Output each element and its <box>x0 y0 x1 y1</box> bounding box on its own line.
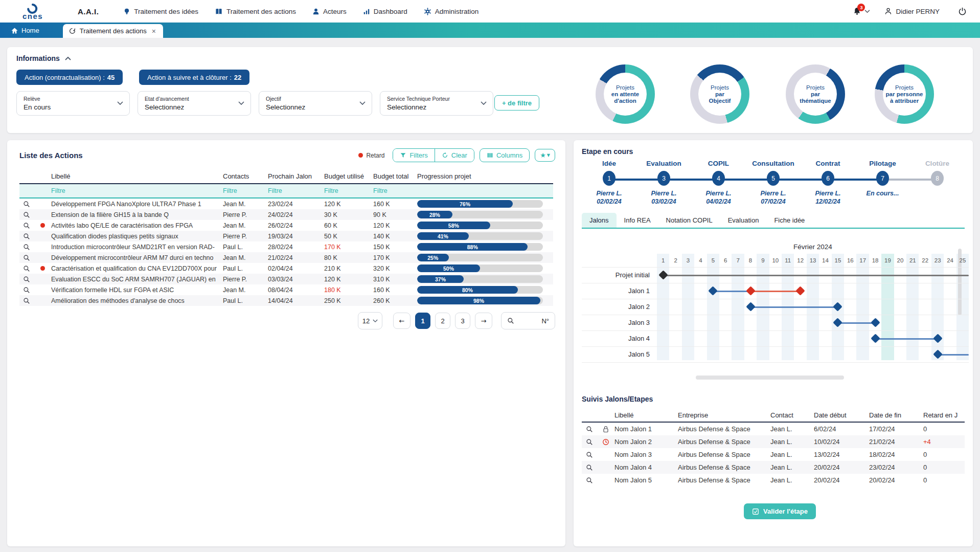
close-icon[interactable]: × <box>151 28 157 35</box>
table-row[interactable]: Evaluation ESCC du SoC ARM SAMRH707 (JAG… <box>19 274 553 284</box>
table-row[interactable]: Développement FPGA NanoXplore ULTRA7 Pha… <box>19 198 553 209</box>
filter-input[interactable]: Filtre <box>324 187 373 194</box>
filter-input[interactable]: Filtre <box>373 187 417 194</box>
table-row[interactable]: Nom Jalon 3Airbus Defense & SpaceJean L.… <box>582 448 965 461</box>
tab-notation-copil[interactable]: Notation COPIL <box>658 213 720 228</box>
tab-jalons[interactable]: Jalons <box>582 213 617 228</box>
tab-traitement-des-actions[interactable]: Traitement des actions × <box>63 24 163 38</box>
table-row[interactable]: Activités labo QE/LE de caractérisation … <box>19 220 553 231</box>
retard-dot-icon <box>40 266 45 271</box>
filter-objectif[interactable]: Ojectif Selectionnez <box>259 91 372 116</box>
magnifier-icon[interactable] <box>586 464 593 471</box>
jalon-contact: Jean L. <box>770 463 814 471</box>
actions-title: Liste des Actions <box>19 151 83 160</box>
magnifier-icon[interactable] <box>23 265 30 272</box>
gantt-milestone-diamond[interactable] <box>746 286 755 295</box>
user-menu[interactable]: Didier PERNY <box>884 7 940 15</box>
magnifier-icon[interactable] <box>23 211 30 218</box>
table-row[interactable]: Qualification diodes plastiques petits s… <box>19 231 553 241</box>
prev-page-button[interactable]: ← <box>393 313 411 329</box>
home-button[interactable]: Home <box>11 27 39 34</box>
table-row[interactable]: Extension de la filière GH15 à la bande … <box>19 209 553 220</box>
table-row[interactable]: Nom Jalon 2Airbus Defense & SpaceJean L.… <box>582 435 965 448</box>
magnifier-icon[interactable] <box>586 438 593 446</box>
gantt-milestone-diamond[interactable] <box>933 334 942 343</box>
gantt-milestone-diamond[interactable] <box>933 349 942 359</box>
filters-button[interactable]: Filters <box>393 149 434 162</box>
tab-evaluation[interactable]: Evaluation <box>720 213 767 228</box>
magnifier-icon[interactable] <box>23 286 30 294</box>
magnifier-icon[interactable] <box>23 276 30 283</box>
step-contrat[interactable]: Contrat6Pierre L.12/02/24 <box>801 160 855 211</box>
menu-item-traitement-idees[interactable]: Traitement des idées <box>123 8 198 15</box>
step-pilotage[interactable]: Pilotage7En cours... <box>855 160 910 211</box>
columns-button[interactable]: Columns <box>480 148 530 162</box>
notifications-button[interactable]: 3 <box>853 7 870 16</box>
magnifier-icon[interactable] <box>23 233 30 240</box>
magnifier-icon[interactable] <box>23 244 30 251</box>
step-copil[interactable]: COPIL4Pierre L.04/02/24 <box>691 160 746 211</box>
menu-item-dashboard[interactable]: Dashboard <box>363 8 407 15</box>
gantt-milestone-diamond[interactable] <box>709 286 718 295</box>
filter-service-technique[interactable]: Service Technique Porteur Selectionnez <box>380 91 493 116</box>
step-idée[interactable]: Idée1Pierre L.02/02/24 <box>582 160 636 211</box>
chevron-up-icon[interactable] <box>65 56 71 60</box>
table-row[interactable]: Nom Jalon 5Airbus Defense & SpaceJean L.… <box>582 474 965 487</box>
filter-input[interactable]: Filtre <box>268 187 324 194</box>
magnifier-icon[interactable] <box>23 297 30 304</box>
gantt-milestone-diamond[interactable] <box>658 270 668 279</box>
magnifier-icon[interactable] <box>586 451 593 458</box>
logout-button[interactable] <box>958 7 967 16</box>
gantt-milestone-diamond[interactable] <box>871 318 880 327</box>
filter-releve[interactable]: Relève En cours <box>16 91 130 116</box>
actions-filter-row[interactable]: Filtre Filtre Filtre Filtre Filtre <box>19 184 553 198</box>
page-size-select[interactable]: 12 <box>358 312 382 329</box>
add-filter-button[interactable]: + de filtre <box>494 95 539 111</box>
step-clotûre[interactable]: Clotûre8 <box>910 160 965 211</box>
magnifier-icon[interactable] <box>23 254 30 261</box>
number-search-input[interactable]: N° <box>501 312 555 329</box>
magnifier-icon[interactable] <box>23 201 30 208</box>
table-row[interactable]: Introduction microcontrôleur SAMD21RT en… <box>19 241 553 252</box>
magnifier-icon[interactable] <box>586 477 593 484</box>
step-consultation[interactable]: Consultation5Pierre L.07/02/24 <box>746 160 801 211</box>
favorites-button[interactable]: ★▼ <box>535 149 555 162</box>
gantt-milestone-diamond[interactable] <box>795 286 805 295</box>
filter-input[interactable]: Filtre <box>51 187 223 194</box>
menu-item-administration[interactable]: Administration <box>424 8 479 15</box>
table-row[interactable]: Nom Jalon 4Airbus Defense & SpaceJean L.… <box>582 461 965 474</box>
tab-fiche-idee[interactable]: Fiche idée <box>766 213 812 228</box>
menu-item-traitement-actions[interactable]: Traitement des actions <box>215 8 296 15</box>
table-row[interactable]: Développement microcontrôleur ARM M7 dur… <box>19 252 553 263</box>
horizontal-scrollbar[interactable] <box>696 376 844 380</box>
magnifier-icon[interactable] <box>586 426 593 433</box>
stat-action-contractualisation[interactable]: Action (contractualisation) : 45 <box>16 70 123 85</box>
jalon-date-fin: 20/02/24 <box>869 476 923 484</box>
gantt-milestone-diamond[interactable] <box>746 302 755 311</box>
table-row[interactable]: Nom Jalon 1Airbus Defense & SpaceJean L.… <box>582 423 965 435</box>
page-button-2[interactable]: 2 <box>435 313 450 329</box>
retard-dot-icon <box>358 153 363 158</box>
gantt-milestone-diamond[interactable] <box>871 334 880 343</box>
stat-action-a-cloturer[interactable]: Action à suivre et à clôturer : 22 <box>139 70 249 85</box>
filter-input[interactable]: Filtre <box>223 187 268 194</box>
menu-item-acteurs[interactable]: Acteurs <box>312 8 347 15</box>
page-button-3[interactable]: 3 <box>455 313 470 329</box>
validate-step-button[interactable]: Valider l'étape <box>744 503 816 519</box>
table-row[interactable]: Amélioration des méthodes d'analyse de c… <box>19 295 553 306</box>
clear-button[interactable]: Clear <box>435 149 474 162</box>
donut-label-line: par <box>811 91 820 98</box>
jalon-date-fin: 18/02/24 <box>869 451 923 458</box>
step-evaluation[interactable]: Evaluation3Pierre L.03/02/24 <box>636 160 691 211</box>
magnifier-icon[interactable] <box>23 222 30 229</box>
gantt-milestone-diamond[interactable] <box>833 302 842 311</box>
page-button-1[interactable]: 1 <box>415 313 430 329</box>
table-row[interactable]: Caractérisation et qualification du CNA … <box>19 263 553 274</box>
table-row[interactable]: Vérification formelle HDL sur FGPA et AS… <box>19 284 553 295</box>
tab-info-rea[interactable]: Info REA <box>617 213 658 228</box>
filter-etat-avancement[interactable]: Etat d'avancement Selectionnez <box>138 91 251 116</box>
gantt-milestone-diamond[interactable] <box>833 318 842 327</box>
cnes-logo[interactable]: cnes <box>17 4 48 19</box>
action-progress-bar: 37% <box>417 275 553 283</box>
next-page-button[interactable]: → <box>475 313 492 329</box>
